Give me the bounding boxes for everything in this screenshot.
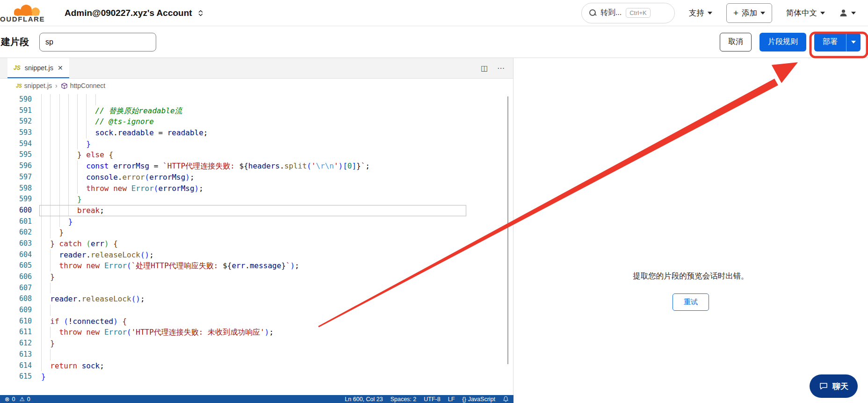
breadcrumb-symbol[interactable]: httpConnect bbox=[61, 82, 106, 89]
tab-file-name: snippet.js bbox=[25, 64, 53, 72]
line-number: 596 bbox=[0, 161, 32, 172]
line-number: 604 bbox=[0, 249, 32, 261]
line-content bbox=[41, 305, 59, 316]
code-lines: 590591// 替换原始readable流592// @ts-ignore59… bbox=[0, 94, 513, 382]
tab-snippet-js[interactable]: JS snippet.js ✕ bbox=[7, 58, 69, 78]
retry-button[interactable]: 重试 bbox=[673, 293, 709, 311]
unfold-icon bbox=[197, 9, 204, 17]
cloudflare-logo[interactable]: OUDFLARE bbox=[0, 4, 57, 22]
code-line-591[interactable]: 591// 替换原始readable流 bbox=[0, 105, 513, 117]
code-line-603[interactable]: 603} catch (err) { bbox=[0, 238, 513, 249]
code-line-593[interactable]: 593sock.readable = readable; bbox=[0, 127, 513, 139]
editor-status-bar: ⊗ 0 ⚠ 0 Ln 600, Col 23 Spaces: 2 UTF-8 L… bbox=[0, 395, 514, 403]
code-line-607[interactable]: 607 bbox=[0, 283, 513, 294]
line-content: } bbox=[41, 216, 72, 227]
indentation-status[interactable]: Spaces: 2 bbox=[391, 396, 417, 403]
support-menu[interactable]: 支持 bbox=[689, 8, 712, 18]
code-line-604[interactable]: 604reader.releaseLock(); bbox=[0, 249, 513, 261]
line-content: } bbox=[41, 271, 55, 283]
split-editor-icon[interactable]: ◫ bbox=[481, 64, 488, 73]
global-search[interactable]: 转到... Ctrl+K bbox=[581, 3, 675, 23]
braces-icon: {} bbox=[462, 396, 466, 403]
code-line-602[interactable]: 602} bbox=[0, 227, 513, 238]
code-editor-panel: JS snippet.js ✕ ◫ ⋯ JS snippet.js › bbox=[0, 58, 514, 403]
line-content: } catch (err) { bbox=[41, 238, 118, 249]
code-line-592[interactable]: 592// @ts-ignore bbox=[0, 116, 513, 127]
error-icon: ⊗ bbox=[5, 396, 9, 403]
line-number: 592 bbox=[0, 116, 32, 127]
warning-count: 0 bbox=[27, 396, 30, 403]
code-line-614[interactable]: 614return sock; bbox=[0, 360, 513, 372]
code-line-606[interactable]: 606} bbox=[0, 271, 513, 283]
editor-scrollbar[interactable] bbox=[507, 96, 508, 364]
code-line-598[interactable]: 598throw new Error(errorMsg); bbox=[0, 183, 513, 194]
line-number: 612 bbox=[0, 338, 32, 349]
line-content: } bbox=[41, 194, 82, 205]
code-line-609[interactable]: 609 bbox=[0, 305, 513, 316]
problems-status[interactable]: ⊗ 0 ⚠ 0 bbox=[5, 396, 30, 403]
breadcrumb-file[interactable]: JS snippet.js bbox=[16, 82, 52, 89]
code-line-611[interactable]: 611throw new Error('HTTP代理连接失败: 未收到成功响应'… bbox=[0, 327, 513, 338]
code-editor[interactable]: 590591// 替换原始readable流592// @ts-ignore59… bbox=[0, 93, 513, 403]
code-line-596[interactable]: 596const errorMsg = `HTTP代理连接失败: ${heade… bbox=[0, 161, 513, 172]
snippet-rules-button[interactable]: 片段规则 bbox=[760, 33, 806, 51]
user-menu[interactable] bbox=[839, 8, 856, 17]
snippet-name-input[interactable] bbox=[39, 33, 156, 51]
breadcrumb-file-name: snippet.js bbox=[24, 82, 52, 89]
chat-bubble-icon bbox=[819, 381, 828, 391]
code-line-601[interactable]: 601} bbox=[0, 216, 513, 227]
code-line-613[interactable]: 613 bbox=[0, 349, 513, 360]
account-selector[interactable]: Admin@090227.xyz's Account bbox=[65, 8, 204, 18]
chat-button[interactable]: 聊天 bbox=[810, 374, 858, 398]
language-menu[interactable]: 简体中文 bbox=[786, 8, 825, 18]
code-line-595[interactable]: 595} else { bbox=[0, 149, 513, 161]
code-line-597[interactable]: 597console.error(errorMsg); bbox=[0, 172, 513, 183]
line-number: 590 bbox=[0, 94, 32, 105]
line-content: } bbox=[41, 338, 55, 349]
line-content: } bbox=[41, 139, 91, 150]
cancel-button[interactable]: 取消 bbox=[720, 33, 752, 51]
deploy-dropdown-button[interactable] bbox=[846, 33, 861, 51]
more-actions-icon[interactable]: ⋯ bbox=[497, 64, 505, 73]
add-menu[interactable]: + 添加 bbox=[726, 3, 772, 23]
line-number: 593 bbox=[0, 127, 32, 139]
error-count: 0 bbox=[12, 396, 15, 403]
encoding-status[interactable]: UTF-8 bbox=[424, 396, 440, 403]
editor-tab-bar: JS snippet.js ✕ ◫ ⋯ bbox=[0, 58, 513, 79]
code-line-608[interactable]: 608reader.releaseLock(); bbox=[0, 293, 513, 305]
line-content: reader.releaseLock(); bbox=[41, 249, 154, 261]
warning-icon: ⚠ bbox=[19, 396, 24, 403]
code-line-599[interactable]: 599} bbox=[0, 194, 513, 205]
deploy-button[interactable]: 部署 bbox=[814, 33, 846, 51]
page: OUDFLARE Admin@090227.xyz's Account 转到..… bbox=[0, 0, 868, 403]
code-line-610[interactable]: 610if (!connected) { bbox=[0, 316, 513, 327]
chevron-down-icon bbox=[760, 12, 765, 15]
line-content: const errorMsg = `HTTP代理连接失败: ${headers.… bbox=[41, 161, 370, 172]
line-number: 613 bbox=[0, 349, 32, 360]
code-line-605[interactable]: 605throw new Error(`处理HTTP代理响应失败: ${err.… bbox=[0, 260, 513, 271]
close-tab-icon[interactable]: ✕ bbox=[58, 64, 63, 72]
notifications-bell[interactable] bbox=[503, 396, 509, 402]
breadcrumb: JS snippet.js › httpConnect bbox=[0, 79, 513, 93]
code-line-615[interactable]: 615} bbox=[0, 371, 513, 382]
line-content: throw new Error(errorMsg); bbox=[41, 183, 203, 194]
eol-status[interactable]: LF bbox=[448, 396, 455, 403]
line-number: 599 bbox=[0, 194, 32, 205]
language-mode-status[interactable]: {} JavaScript bbox=[462, 396, 495, 403]
code-line-594[interactable]: 594} bbox=[0, 139, 513, 150]
line-content: throw new Error('HTTP代理连接失败: 未收到成功响应'); bbox=[41, 327, 274, 338]
chevron-down-icon bbox=[708, 12, 712, 15]
deploy-button-group: 部署 bbox=[814, 33, 861, 51]
code-line-600[interactable]: 600break; bbox=[0, 205, 513, 216]
main-content: JS snippet.js ✕ ◫ ⋯ JS snippet.js › bbox=[0, 58, 868, 403]
code-line-612[interactable]: 612} bbox=[0, 338, 513, 349]
cursor-position-status[interactable]: Ln 600, Col 23 bbox=[345, 396, 383, 403]
line-content: break; bbox=[41, 205, 104, 216]
account-title: Admin@090227.xyz's Account bbox=[65, 8, 192, 18]
chat-label: 聊天 bbox=[832, 381, 848, 392]
line-number: 602 bbox=[0, 227, 32, 238]
bell-icon bbox=[503, 396, 509, 402]
snippet-toolbar: 建片段 取消 片段规则 部署 bbox=[0, 26, 868, 58]
code-line-590[interactable]: 590 bbox=[0, 94, 513, 105]
line-number: 591 bbox=[0, 105, 32, 117]
